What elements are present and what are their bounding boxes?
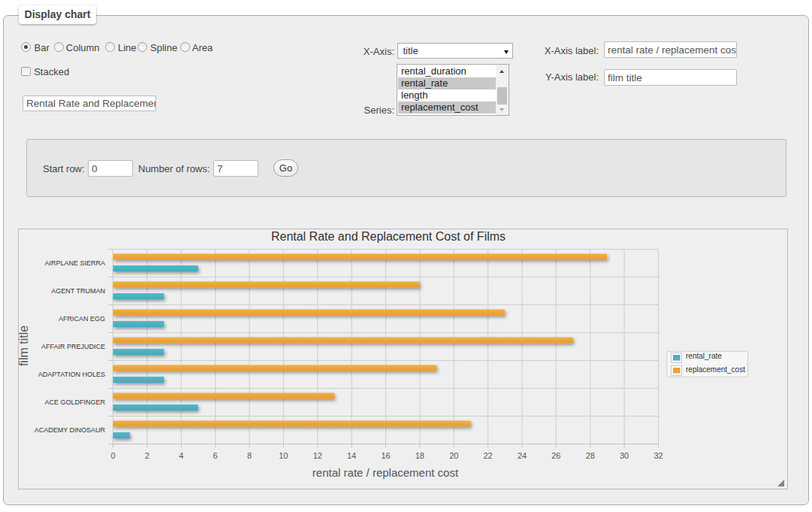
svg-text:22: 22 (484, 451, 493, 460)
svg-text:AIRPLANE SIERRA: AIRPLANE SIERRA (44, 259, 105, 267)
svg-text:film title: film title (18, 326, 30, 366)
svg-text:14: 14 (347, 451, 356, 460)
svg-text:6: 6 (213, 451, 218, 460)
svg-text:ACADEMY DINOSAUR: ACADEMY DINOSAUR (35, 426, 106, 434)
svg-text:4: 4 (179, 451, 183, 460)
svg-text:AGENT TRUMAN: AGENT TRUMAN (51, 287, 105, 295)
svg-text:replacement_cost: replacement_cost (686, 365, 745, 374)
svg-text:28: 28 (586, 451, 595, 460)
svg-text:AFRICAN EGG: AFRICAN EGG (59, 315, 105, 323)
svg-text:24: 24 (518, 451, 527, 460)
svg-text:Rental Rate and Replacement Co: Rental Rate and Replacement Cost of Film… (271, 230, 506, 243)
svg-text:30: 30 (620, 451, 629, 460)
svg-text:0: 0 (110, 451, 115, 460)
svg-text:2: 2 (145, 451, 149, 460)
svg-text:10: 10 (279, 451, 288, 460)
svg-text:AFFAIR PREJUDICE: AFFAIR PREJUDICE (41, 343, 105, 350)
svg-text:rental rate / replacement cost: rental rate / replacement cost (312, 466, 459, 479)
svg-text:26: 26 (551, 451, 560, 460)
svg-text:16: 16 (381, 451, 390, 460)
svg-text:ADAPTATION HOLES: ADAPTATION HOLES (38, 371, 105, 378)
svg-text:ACE GOLDFINGER: ACE GOLDFINGER (44, 398, 105, 406)
svg-text:18: 18 (415, 451, 424, 460)
svg-text:32: 32 (654, 451, 663, 460)
svg-text:8: 8 (247, 451, 252, 460)
svg-text:rental_rate: rental_rate (686, 352, 722, 360)
svg-text:12: 12 (313, 451, 322, 460)
svg-text:20: 20 (449, 451, 458, 460)
